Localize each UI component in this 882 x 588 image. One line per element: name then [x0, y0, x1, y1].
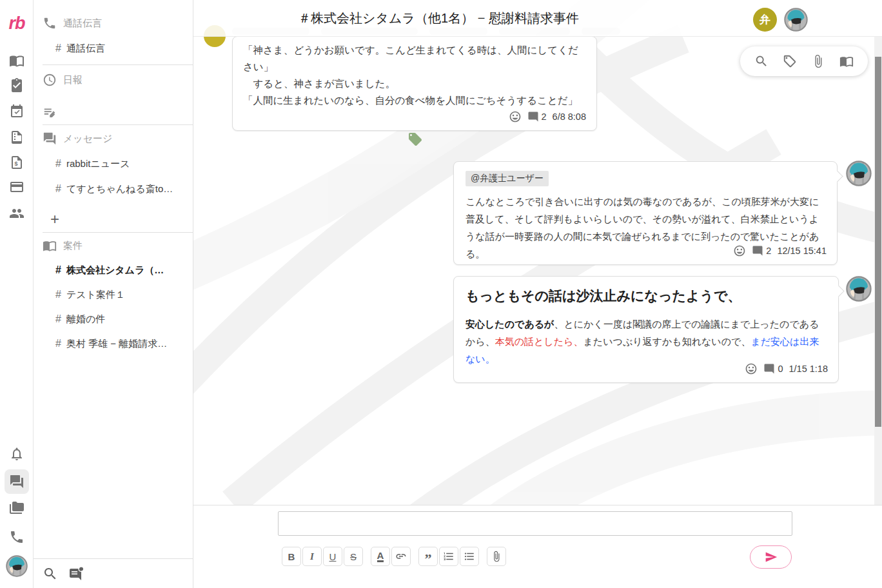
chat-header: ＃株式会社シタムラ（他1名） − 慰謝料請求事件 弁: [193, 0, 882, 37]
add-channel-button[interactable]: +: [34, 210, 193, 228]
plus-icon: +: [50, 210, 59, 228]
message-composer: B I U S A ”: [193, 505, 882, 588]
user-avatar[interactable]: [6, 555, 28, 577]
message-input[interactable]: [278, 511, 792, 536]
ordered-list-icon[interactable]: [439, 547, 458, 566]
sidebar-item-case-rikon[interactable]: # 離婚の件: [34, 310, 193, 328]
bullet-list-icon[interactable]: [460, 547, 479, 566]
app-logo[interactable]: rb: [4, 10, 30, 36]
reply-thread-button[interactable]: 2: [752, 245, 771, 257]
search-icon[interactable]: [43, 566, 58, 582]
divider: [43, 124, 193, 125]
document-icon[interactable]: [8, 129, 25, 146]
timestamp: 1/15 1:18: [789, 364, 828, 374]
section-calls: 通話伝言: [34, 14, 193, 32]
message-heading: もっともその話は沙汰止みになったようで、: [466, 287, 827, 305]
phone-icon: [43, 16, 57, 30]
channel-title: ＃株式会社シタムラ（他1名） − 慰謝料請求事件: [193, 0, 683, 37]
message-author-avatar[interactable]: [846, 161, 872, 186]
section-label: 日報: [63, 74, 83, 86]
text-color-button[interactable]: A: [371, 547, 390, 566]
message-text: 「神さま、どうかお願いです。こんど生まれてくる時は、人間にしてください」: [243, 42, 586, 75]
phone-icon[interactable]: [8, 529, 25, 545]
reply-thread-button[interactable]: 2: [527, 111, 547, 122]
card-icon[interactable]: [8, 179, 25, 195]
format-toolbar: B I U S A ”: [282, 547, 507, 566]
quote-icon[interactable]: ”: [418, 547, 438, 566]
playlist-edit-row[interactable]: [34, 103, 193, 121]
clock-icon: [43, 73, 57, 87]
section-cases: 案件: [34, 237, 193, 255]
book-icon[interactable]: [839, 54, 854, 68]
search-icon[interactable]: [754, 54, 769, 68]
text-segment: 安心したのであるが: [466, 318, 554, 329]
send-button[interactable]: [750, 545, 792, 569]
folder-icon[interactable]: [8, 500, 25, 516]
message-bubble[interactable]: もっともその話は沙汰止みになったようで、 安心したのであるが、とにかく一度は閣議…: [453, 276, 839, 383]
new-message-icon[interactable]: [68, 566, 84, 582]
emoji-reaction-icon[interactable]: [509, 110, 522, 123]
channel-sidebar: 通話伝言 # 通話伝言 日報 メッセージ # rabbitニュース # てすとち…: [34, 0, 193, 588]
reply-count: 2: [766, 246, 771, 256]
sidebar-item-case-test1[interactable]: # テスト案件１: [34, 286, 193, 304]
tag-icon[interactable]: [783, 54, 797, 68]
section-label: 通話伝言: [63, 17, 102, 30]
emoji-reaction-icon[interactable]: [733, 244, 746, 257]
calendar-icon[interactable]: [8, 103, 25, 120]
message-text: すると、神さまが言いました。: [243, 75, 586, 92]
scrollbar-track[interactable]: [874, 37, 882, 505]
sidebar-item-calls-channel[interactable]: # 通話伝言: [34, 39, 193, 57]
section-label: 案件: [63, 240, 83, 252]
scrollbar-thumb[interactable]: [875, 57, 881, 427]
reply-thread-button[interactable]: 0: [763, 363, 783, 375]
playlist-edit-icon[interactable]: [43, 105, 57, 119]
sidebar-footer: [34, 558, 193, 588]
strikethrough-button[interactable]: S: [344, 547, 363, 566]
book-icon: [43, 239, 57, 253]
channel-toolbar: [740, 46, 868, 76]
book-icon[interactable]: [8, 52, 25, 69]
send-icon: [765, 551, 778, 564]
timestamp: 12/15 15:41: [777, 246, 827, 256]
sidebar-item-case-okumura[interactable]: # 奥村 季雄 − 離婚請求…: [34, 335, 193, 353]
tasks-icon[interactable]: [8, 77, 25, 94]
message-text: 安心したのであるが、とにかく一度は閣議の席上での論議にまで上ったのであるから、本…: [466, 315, 827, 368]
reply-count: 2: [542, 112, 547, 122]
divider: [43, 64, 193, 65]
people-icon[interactable]: [8, 205, 25, 222]
text-segment: 本気の話としたら、: [495, 336, 583, 347]
section-label: メッセージ: [63, 133, 112, 145]
chat-icon[interactable]: [5, 469, 29, 494]
attachment-icon[interactable]: [811, 54, 825, 68]
icon-rail: rb $: [0, 0, 34, 588]
timestamp: 6/8 8:08: [553, 112, 586, 122]
bold-button[interactable]: B: [282, 547, 301, 566]
emoji-reaction-icon[interactable]: [745, 362, 758, 375]
underline-button[interactable]: U: [323, 547, 342, 566]
tag-icon[interactable]: [407, 132, 423, 147]
message-text: 「人間に生まれたいのなら、自分の食べ物を人間にごちそうすることだ」: [243, 92, 586, 109]
section-daily: 日報: [34, 71, 193, 89]
attach-icon[interactable]: [487, 547, 506, 566]
italic-button[interactable]: I: [302, 547, 322, 566]
reply-count: 0: [778, 364, 783, 374]
sidebar-item-case-shitamura[interactable]: # 株式会社シタムラ（…: [34, 261, 193, 279]
header-avatar[interactable]: [784, 8, 808, 32]
text-segment: またいつぶり返すかも知れないので、: [583, 336, 750, 347]
section-messages: メッセージ: [34, 130, 193, 148]
sidebar-item-rabbit-news[interactable]: # rabbitニュース: [34, 155, 193, 173]
chat-pane: 「神さま、どうかお願いです。こんど生まれてくる時は、人間にしてください」 すると…: [193, 0, 882, 588]
divider: [43, 232, 193, 233]
invoice-icon[interactable]: $: [8, 154, 25, 171]
mention-chip[interactable]: @弁護士ユーザー: [466, 171, 549, 186]
sidebar-item-test-channel[interactable]: # てすとちゃんねる斎to…: [34, 180, 193, 198]
lawyer-badge[interactable]: 弁: [753, 8, 777, 32]
link-icon[interactable]: [391, 547, 411, 566]
message-author-avatar[interactable]: [846, 276, 872, 302]
bell-icon[interactable]: [8, 446, 25, 462]
forum-icon: [43, 132, 57, 146]
message-bubble[interactable]: 「神さま、どうかお願いです。こんど生まれてくる時は、人間にしてください」 すると…: [232, 36, 597, 131]
svg-text:$: $: [14, 161, 17, 167]
message-bubble[interactable]: @弁護士ユーザー こんなところで引き合いに出すのは気の毒なのであるが、この頃胚芽…: [453, 161, 838, 265]
